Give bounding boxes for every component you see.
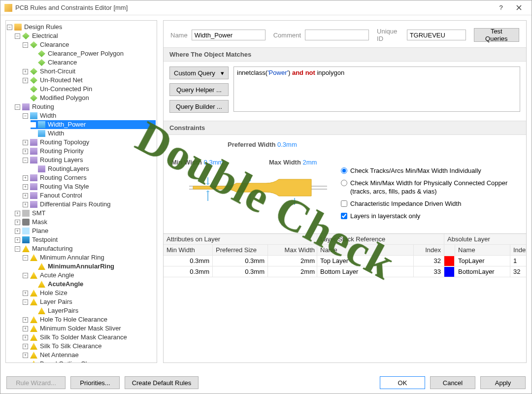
tree-twisty[interactable]: − [23,113,28,119]
tree-item[interactable]: −Electrical [15,32,156,40]
tree-item[interactable]: +Un-Routed Net [23,76,156,85]
tree-root[interactable]: −Design Rules [7,23,156,32]
tree-item[interactable]: +SMT [15,209,156,218]
tree-twisty[interactable]: − [7,25,12,30]
tree-twisty[interactable]: + [15,229,20,234]
tree-twisty[interactable]: + [23,335,28,340]
tree-item[interactable]: +Hole To Hole Clearance [23,315,156,324]
grid-col-header[interactable]: Preferred Size [213,245,268,255]
tree-twisty[interactable]: − [15,104,20,110]
tree-item[interactable]: −Manufacturing [15,244,156,253]
tree-twisty[interactable]: + [23,78,28,83]
tree-twisty[interactable]: − [23,299,28,305]
tree-twisty[interactable]: − [15,246,20,252]
tree-item[interactable]: +Testpoint [15,235,156,244]
tree-item[interactable]: −Routing Layers [23,156,156,164]
tree-twisty[interactable]: + [23,184,28,190]
tree-item[interactable]: Clearance_Power Polygon [31,49,156,58]
tree-twisty[interactable]: + [23,140,28,145]
grid-col-header[interactable]: Index [510,245,526,255]
priorities-button[interactable]: Priorities... [70,376,120,389]
test-queries-button[interactable]: Test Queries [474,28,519,42]
tree-item[interactable]: Width_Power [31,120,156,129]
grid-row[interactable]: 0.3mm0.3mm2mmBottom Layer33BottomLayer32 [164,266,526,277]
grid-col-header[interactable]: Index [414,245,444,255]
tree-twisty[interactable]: + [15,211,20,216]
min-width-value[interactable]: 0.3mm [204,159,224,166]
tree-twisty[interactable]: + [23,202,28,207]
tree-twisty[interactable]: + [23,175,28,181]
tree-item[interactable]: Width [31,129,156,138]
uid-input[interactable] [407,30,466,40]
tree-twisty[interactable]: − [23,42,28,48]
grid-col-header[interactable]: Name [455,245,510,255]
cancel-button[interactable]: Cancel [430,376,475,389]
tree-item[interactable]: +Short-Circuit [23,67,156,76]
query-helper-button[interactable]: Query Helper ... [169,83,229,96]
layer-grid[interactable]: Attributes on Layer Layer Stack Referenc… [164,233,526,277]
apply-button[interactable]: Apply [480,376,526,389]
tree-item[interactable]: +Routing Corners [23,173,156,182]
tree-item[interactable]: Board Outline Clearance [23,360,156,363]
grid-row[interactable]: 0.3mm0.3mm2mmTop Layer32TopLayer1 [164,256,526,266]
ok-button[interactable]: OK [380,376,425,389]
name-input[interactable] [192,30,266,40]
tree-item[interactable]: −Clearance [23,40,156,49]
tree-item[interactable]: −Acute Angle [23,271,156,280]
tree-item[interactable]: RoutingLayers [31,164,156,173]
tree-item[interactable]: Un-Connected Pin [23,85,156,94]
check-individual-radio[interactable] [341,167,347,174]
close-button[interactable] [510,1,528,15]
tree-item[interactable]: +Silk To Silk Clearance [23,342,156,351]
tree-twisty[interactable]: + [23,149,28,154]
tree-item[interactable]: +Differential Pairs Routing [23,200,156,209]
tree-twisty[interactable]: + [23,291,28,296]
tree-item[interactable]: LayerPairs [31,306,156,315]
tree-twisty[interactable]: + [15,220,20,225]
check-connected-radio[interactable] [341,180,347,186]
tree-item[interactable]: −Layer Pairs [23,297,156,306]
comment-input[interactable] [305,30,369,40]
tree-item[interactable]: +Hole Size [23,289,156,297]
tree-twisty[interactable]: + [23,344,28,349]
tree-item[interactable]: Modified Polygon [23,94,156,102]
tree-item[interactable]: +Plane [15,227,156,235]
tree-twisty[interactable]: + [23,353,28,358]
query-builder-button[interactable]: Query Builder ... [169,100,229,113]
rule-wizard-button[interactable]: Rule Wizard... [6,376,66,389]
tree-item[interactable]: +Routing Via Style [23,182,156,191]
tree-twisty[interactable]: − [23,273,28,278]
help-button[interactable]: ? [492,1,510,15]
tree-item[interactable]: +Mask [15,218,156,227]
tree-twisty[interactable]: + [23,193,28,198]
tree-item[interactable]: +Fanout Control [23,191,156,200]
tree-item[interactable]: +Routing Topology [23,138,156,147]
create-default-rules-button[interactable]: Create Default Rules [125,376,199,389]
tree-twisty[interactable]: + [23,69,28,74]
tree-item[interactable]: +Routing Priority [23,147,156,156]
tree-item[interactable]: MinimumAnnularRing [31,262,156,271]
tree-twisty[interactable]: + [15,237,20,243]
tree-twisty[interactable]: − [15,33,20,39]
pref-width-value[interactable]: 0.3mm [277,141,297,148]
tree-twisty[interactable]: + [23,317,28,323]
tree-item[interactable]: Clearance [31,58,156,67]
tree-twisty[interactable]: − [23,255,28,261]
rules-tree-panel[interactable]: −Design Rules−Electrical−ClearanceCleara… [5,20,157,363]
tree-item[interactable]: +Net Antennae [23,351,156,360]
query-input[interactable]: innetclass('Power') and not inpolygon [233,66,520,112]
grid-col-header[interactable]: Max Width [268,245,317,255]
tree-item[interactable]: +Silk To Solder Mask Clearance [23,333,156,342]
tree-item[interactable]: −Minimum Annular Ring [23,253,156,262]
tree-twisty[interactable]: − [23,158,28,163]
max-width-value[interactable]: 2mm [303,159,317,166]
grid-col-header[interactable]: Min Width [164,245,213,255]
tree-item[interactable]: −Width [23,111,156,120]
match-mode-select[interactable]: Custom Query ▾ [169,66,229,79]
tree-twisty[interactable]: + [23,326,28,331]
tree-item[interactable]: −Routing [15,102,156,111]
tree-item[interactable]: AcuteAngle [31,280,156,289]
grid-col-header[interactable] [444,245,455,255]
layerstack-checkbox[interactable] [341,213,347,219]
impedance-checkbox[interactable] [341,200,347,207]
